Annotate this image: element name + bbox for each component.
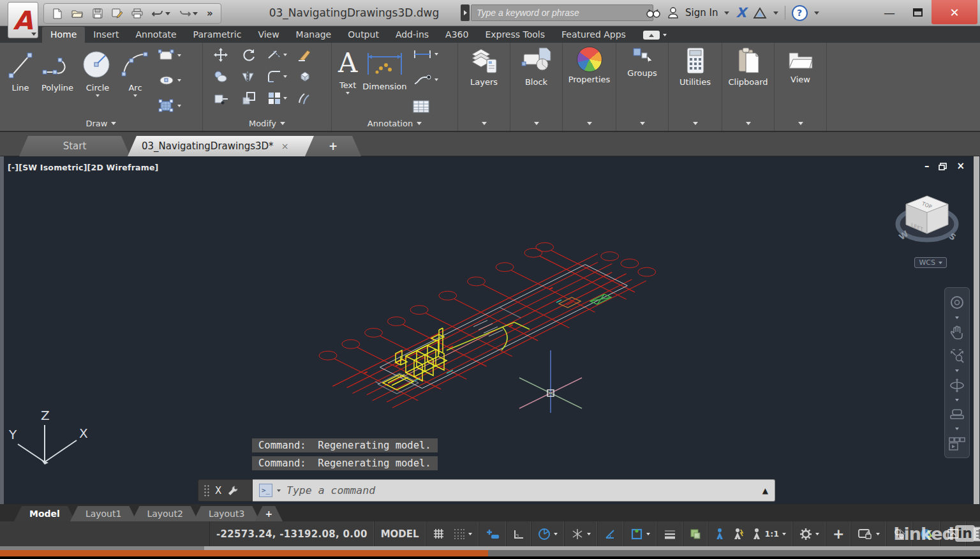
sign-in-caret-icon[interactable] xyxy=(724,11,729,15)
showmotion-icon[interactable] xyxy=(949,408,965,421)
model-paper-toggle[interactable]: MODEL xyxy=(375,521,426,546)
explode-icon[interactable] xyxy=(297,70,313,84)
grid-display-icon[interactable] xyxy=(433,528,445,540)
navigation-wheel-icon[interactable] xyxy=(949,295,965,310)
ellipse-caret-icon[interactable] xyxy=(177,79,181,82)
tab-model[interactable]: Model xyxy=(14,506,75,521)
object-snap-caret-icon[interactable] xyxy=(646,533,650,535)
save-icon[interactable] xyxy=(93,8,103,19)
isometric-drafting-button[interactable] xyxy=(565,521,598,546)
display-caret-icon[interactable] xyxy=(876,533,880,535)
arc-caret-icon[interactable] xyxy=(133,94,137,97)
trim-button[interactable] xyxy=(267,49,287,61)
snap-mode-icon[interactable] xyxy=(453,528,465,540)
redo-caret-icon[interactable] xyxy=(193,12,198,15)
navigation-wheel-caret-icon[interactable] xyxy=(955,317,959,319)
search-binoculars-icon[interactable] xyxy=(646,7,661,19)
help-icon[interactable]: ? xyxy=(792,5,808,21)
mirror-icon[interactable] xyxy=(242,70,256,84)
copy-icon[interactable] xyxy=(213,70,228,84)
qat-overflow-button[interactable]: » xyxy=(207,8,213,19)
ortho-mode-button[interactable] xyxy=(507,521,531,546)
line-button[interactable]: Line xyxy=(4,47,37,116)
app-store-icon[interactable] xyxy=(753,7,767,19)
hatch-button[interactable] xyxy=(158,99,181,113)
annotation-visibility-icon[interactable] xyxy=(715,528,725,540)
file-tab-drawing[interactable]: 03_NavigatingDrawings3D* × xyxy=(128,136,328,156)
utilities-panel-caret[interactable] xyxy=(669,117,722,130)
fillet-button[interactable] xyxy=(267,70,287,83)
text-caret-icon[interactable] xyxy=(346,92,350,94)
command-close-icon[interactable]: X xyxy=(215,485,221,496)
lineweight-button[interactable] xyxy=(657,521,683,546)
tab-view[interactable]: View xyxy=(249,27,287,43)
new-layout-button[interactable]: + xyxy=(255,506,283,521)
block-panel-caret[interactable] xyxy=(510,117,562,130)
ribbon-minimize-button[interactable] xyxy=(643,31,667,43)
hatch-caret-icon[interactable] xyxy=(177,105,181,107)
tab-layout1[interactable]: Layout1 xyxy=(70,506,137,521)
open-file-icon[interactable] xyxy=(71,8,84,19)
dynamic-input-button[interactable] xyxy=(479,521,507,546)
rectangle-caret-icon[interactable] xyxy=(177,54,181,57)
model-space-canvas[interactable]: [-][SW Isometric][2D Wireframe] – × W S … xyxy=(0,156,980,504)
orbit-caret-icon[interactable] xyxy=(955,399,959,401)
zoom-extents-icon[interactable] xyxy=(949,348,965,363)
viewcube[interactable]: W S TOP LEFT FRONT xyxy=(892,187,962,258)
file-tab-close-icon[interactable]: × xyxy=(281,141,289,151)
polar-tracking-button[interactable] xyxy=(531,521,565,546)
command-input[interactable] xyxy=(285,484,758,497)
command-prompt-caret-icon[interactable] xyxy=(277,489,281,492)
annotation-scale-icon[interactable] xyxy=(752,528,762,540)
dimension-button[interactable]: Dimension xyxy=(360,47,409,116)
tab-layout2[interactable]: Layout2 xyxy=(131,506,198,521)
scale-icon[interactable] xyxy=(242,91,256,105)
coordinates-display[interactable]: -22573.24, -13192.08, 0.00 xyxy=(209,521,375,546)
stretch-icon[interactable] xyxy=(214,91,228,105)
undo-button[interactable] xyxy=(152,9,170,18)
annotation-scale-caret-icon[interactable] xyxy=(782,533,786,535)
pan-hand-icon[interactable] xyxy=(950,325,964,341)
save-as-icon[interactable] xyxy=(112,8,122,19)
osnap-tracking-button[interactable] xyxy=(598,521,624,546)
showmotion-caret-icon[interactable] xyxy=(955,428,959,430)
circle-caret-icon[interactable] xyxy=(96,94,100,97)
help-caret-icon[interactable] xyxy=(814,11,819,15)
undo-caret-icon[interactable] xyxy=(165,12,170,15)
ellipse-button[interactable] xyxy=(158,74,181,87)
application-menu-button[interactable]: A xyxy=(8,2,38,38)
app-store-caret-icon[interactable] xyxy=(773,11,778,15)
command-expand-icon[interactable]: ▲ xyxy=(762,486,768,495)
arc-button[interactable]: Arc xyxy=(117,47,153,116)
customization-button[interactable] xyxy=(967,521,980,546)
isolate-objects-button[interactable] xyxy=(887,521,913,546)
layers-panel-caret[interactable] xyxy=(458,117,510,130)
viewport-restore-icon[interactable] xyxy=(939,163,947,170)
table-button[interactable] xyxy=(413,100,438,113)
search-flyout-button[interactable] xyxy=(461,4,470,21)
tab-featured-apps[interactable]: Featured Apps xyxy=(553,27,634,43)
polar-caret-icon[interactable] xyxy=(554,533,558,535)
transparency-button[interactable] xyxy=(683,521,708,546)
groups-panel-caret[interactable] xyxy=(616,117,668,130)
file-tab-start[interactable]: Start xyxy=(19,136,130,156)
workspace-switching-button[interactable] xyxy=(793,521,826,546)
grip-dots-icon[interactable] xyxy=(204,484,209,497)
tab-home[interactable]: Home xyxy=(42,27,85,43)
annotation-panel-title[interactable]: Annotation xyxy=(332,117,457,130)
tab-a360[interactable]: A360 xyxy=(437,27,477,43)
annotation-monitor-plus-button[interactable]: + xyxy=(826,521,851,546)
motion-strip-icon[interactable] xyxy=(949,436,965,451)
zoom-caret-icon[interactable] xyxy=(955,369,959,372)
linear-dimension-button[interactable] xyxy=(413,49,438,59)
tab-manage[interactable]: Manage xyxy=(288,27,340,43)
snap-caret-icon[interactable] xyxy=(468,533,472,535)
redo-button[interactable] xyxy=(179,9,198,18)
array-button[interactable] xyxy=(267,91,287,105)
command-prompt-icon[interactable]: >_ xyxy=(259,484,272,497)
tab-layout3[interactable]: Layout3 xyxy=(193,506,260,521)
circle-button[interactable]: Circle xyxy=(78,47,117,116)
draw-panel-title[interactable]: Draw xyxy=(0,117,202,130)
maximize-button[interactable] xyxy=(903,0,932,24)
plot-icon[interactable] xyxy=(131,8,143,19)
